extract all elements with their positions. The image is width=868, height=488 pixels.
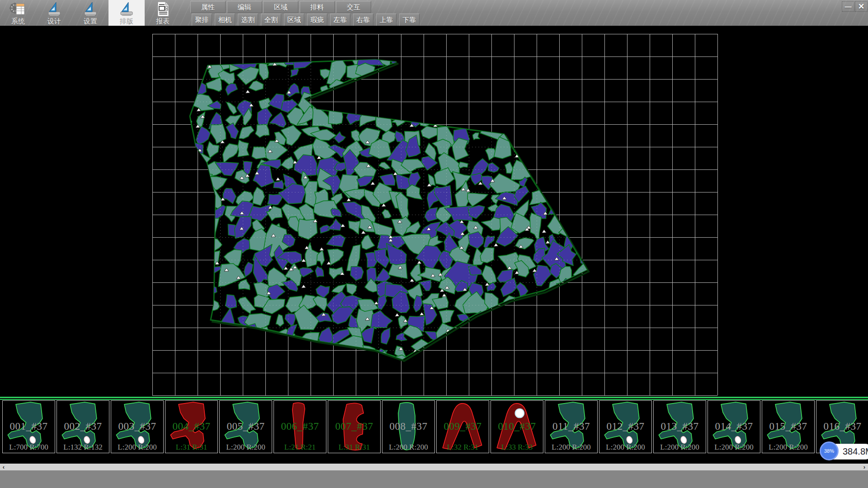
report-icon (154, 1, 172, 17)
progress-circle: 38% (820, 441, 839, 460)
tool-button-10[interactable]: 下靠 (399, 14, 420, 26)
main-button-3[interactable]: 设置 (72, 0, 108, 26)
part-thumbnail-5[interactable]: 005_#37 L:200 R:200 (219, 400, 272, 453)
part-thumbnail-15[interactable]: 015_#37 L:200 R:200 (762, 400, 815, 453)
nesting-icon (118, 1, 136, 17)
status-footer (0, 470, 868, 488)
tool-button-5[interactable]: 区域 (284, 14, 304, 26)
menu-item-1[interactable]: 属性 (190, 1, 226, 13)
part-thumbnail-list: 001_#37 L:700 R:700 002_#37 L:132 R:132 … (2, 400, 868, 454)
part-thumbnail-9[interactable]: 009_#37 L:32 R:31 (436, 400, 489, 453)
main-button-label: 排版 (120, 17, 133, 25)
part-thumbnail-6[interactable]: 006_#37 L:21 R:21 (274, 400, 326, 453)
menu-item-5[interactable]: 交互 (336, 1, 371, 13)
strip-top-line-2 (0, 399, 868, 400)
part-shape (57, 401, 108, 452)
main-button-1[interactable]: 系统 (0, 0, 36, 26)
part-shape (220, 401, 271, 452)
part-shape (708, 401, 759, 452)
tool-button-7[interactable]: 左靠 (330, 14, 350, 26)
toolbar: 系统设计设置排版报表 属性编辑区域排料交互 聚排相机选割全割区域瑕疵左靠右靠上靠… (0, 0, 868, 26)
main-button-label: 系统 (11, 17, 25, 25)
horizontal-scrollbar[interactable]: ‹ › (0, 464, 868, 470)
part-thumbnail-1[interactable]: 001_#37 L:700 R:700 (2, 400, 55, 453)
part-shape (3, 401, 54, 452)
settings-icon (81, 1, 99, 17)
tool-button-8[interactable]: 右靠 (353, 14, 373, 26)
part-thumbnail-4[interactable]: 004_#37 L:31 R:31 (165, 400, 218, 453)
part-thumbnail-2[interactable]: 002_#37 L:132 R:132 (57, 400, 109, 453)
main-button-label: 设计 (47, 17, 61, 25)
nesting-canvas-svg (0, 26, 868, 397)
part-shape (328, 401, 379, 452)
part-shape (654, 401, 705, 452)
part-shape (437, 401, 488, 452)
part-thumbnail-strip: 001_#37 L:700 R:700 002_#37 L:132 R:132 … (0, 397, 868, 455)
part-shape (274, 401, 325, 452)
part-thumbnail-3[interactable]: 003_#37 L:200 R:200 (111, 400, 164, 453)
part-shape (111, 401, 162, 452)
main-button-5[interactable]: 报表 (145, 0, 181, 26)
part-thumbnail-11[interactable]: 011_#37 L:200 R:200 (545, 400, 598, 453)
part-thumbnail-10[interactable]: 010_#37 L:33 R:33 (491, 400, 543, 453)
memory-value: 384.8M (843, 446, 868, 457)
tool-button-3[interactable]: 选割 (238, 14, 258, 26)
menu-item-2[interactable]: 编辑 (227, 1, 262, 13)
main-button-2[interactable]: 设计 (36, 0, 72, 26)
part-shape (165, 401, 217, 452)
scroll-right-icon[interactable]: › (861, 464, 868, 470)
part-shape (491, 401, 542, 452)
part-shape (599, 401, 651, 452)
part-shape (382, 401, 434, 452)
part-thumbnail-8[interactable]: 008_#37 L:200 R:200 (382, 400, 435, 453)
system-icon (9, 1, 27, 17)
tool-button-9[interactable]: 上靠 (376, 14, 396, 26)
tool-button-6[interactable]: 瑕疵 (307, 14, 327, 26)
progress-percent: 38% (824, 448, 834, 454)
tool-button-4[interactable]: 全割 (261, 14, 281, 26)
part-thumbnail-14[interactable]: 014_#37 L:200 R:200 (708, 400, 760, 453)
tool-button-2[interactable]: 相机 (215, 14, 235, 26)
menu-item-4[interactable]: 排料 (300, 1, 335, 13)
minimize-button[interactable]: — (842, 1, 854, 12)
nesting-canvas[interactable] (0, 26, 868, 397)
design-icon (45, 1, 63, 17)
application-window: 系统设计设置排版报表 属性编辑区域排料交互 聚排相机选割全割区域瑕疵左靠右靠上靠… (0, 0, 868, 488)
main-button-4[interactable]: 排版 (108, 0, 145, 26)
menu-item-3[interactable]: 区域 (263, 1, 298, 13)
part-thumbnail-7[interactable]: 007_#37 L:31 R:31 (328, 400, 381, 453)
part-thumbnail-12[interactable]: 012_#37 L:200 R:200 (599, 400, 652, 453)
part-thumbnail-13[interactable]: 013_#37 L:200 R:200 (653, 400, 706, 453)
close-button[interactable]: ✕ (855, 1, 868, 12)
main-button-label: 设置 (84, 17, 97, 25)
strip-top-line (0, 397, 868, 398)
part-shape (762, 401, 813, 452)
tool-button-1[interactable]: 聚排 (192, 14, 212, 26)
main-button-label: 报表 (156, 17, 170, 25)
scroll-left-icon[interactable]: ‹ (0, 464, 7, 470)
part-shape (545, 401, 596, 452)
